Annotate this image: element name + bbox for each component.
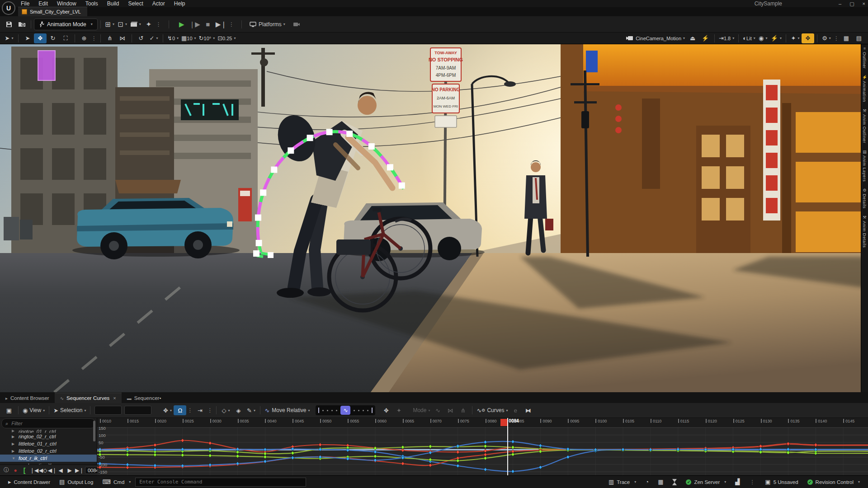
character-preview-dropdown[interactable]: ⚡▾: [769, 33, 783, 43]
curve-blue-a-key[interactable]: [566, 455, 570, 459]
side-tab-outliner[interactable]: ≡ Outliner: [862, 46, 867, 69]
viewport-more-dots[interactable]: ⋮: [833, 35, 840, 42]
play-options-dots[interactable]: ⋮: [228, 21, 235, 28]
curve-blue-b-key[interactable]: [759, 447, 762, 451]
maximize-button[interactable]: ▢: [849, 1, 854, 7]
menu-help[interactable]: Help: [170, 0, 190, 7]
tree-scrollbar[interactable]: [93, 421, 95, 441]
tree-item-ringtoe_01_r_ctrl[interactable]: ▶ringtoe_01_r_ctrl: [0, 429, 97, 433]
actor-snap-dropdown[interactable]: ↯0▾: [166, 33, 180, 43]
platforms-dropdown[interactable]: Platforms ▾: [248, 19, 287, 29]
menu-edit[interactable]: Edit: [34, 0, 52, 7]
curve-green-b-key[interactable]: [264, 455, 267, 459]
curve-blue-a-key[interactable]: [539, 465, 542, 469]
blueprints-dropdown[interactable]: ⊡▾: [116, 19, 129, 29]
stop-button[interactable]: ■: [202, 19, 214, 29]
filter-input[interactable]: [10, 420, 91, 427]
tree-item-littletoe_01_r_ctrl[interactable]: ▶littletoe_01_r_ctrl: [0, 440, 97, 447]
editor-mode-dropdown[interactable]: Animation Mode ▾: [34, 19, 98, 30]
playhead-flag[interactable]: [500, 419, 507, 426]
trail-keyframe-box[interactable]: [288, 147, 294, 154]
snap-options-dots[interactable]: ⋮: [186, 407, 193, 413]
record-button[interactable]: ●: [12, 467, 19, 474]
jump-to-start-button[interactable]: ❘◀: [30, 467, 37, 474]
step-back-button[interactable]: ◀❘: [48, 467, 55, 474]
trace-button[interactable]: ▥Trace▾: [604, 477, 641, 487]
pencil-dropdown[interactable]: ✎▾: [245, 405, 257, 415]
play-forward-button[interactable]: ▶: [66, 467, 73, 474]
side-tab-anim-details[interactable]: ⚒ Anim Details: [862, 215, 867, 248]
tree-filter[interactable]: ⌕: [1, 418, 95, 428]
toolbar-overflow-dots[interactable]: ⋮: [155, 21, 162, 28]
tab-sequencer-[interactable]: ▬ Sequencer•: [122, 393, 167, 403]
curve-red-b-key[interactable]: [814, 443, 817, 447]
insights-button[interactable]: ◔: [641, 477, 653, 487]
advance-button[interactable]: ▶❘: [214, 19, 228, 29]
curve-blue-b-key[interactable]: [291, 456, 294, 460]
curve-green-b-key[interactable]: [181, 453, 184, 457]
trail-keyframe-box[interactable]: [255, 215, 261, 221]
trail-keyframe-box[interactable]: [307, 135, 313, 141]
more-options-button[interactable]: ⋮: [744, 477, 760, 487]
play-button[interactable]: ▶: [175, 19, 188, 29]
curve-green-a-key[interactable]: [429, 445, 432, 448]
eject-button[interactable]: ⏏: [686, 33, 699, 43]
curve-green-a-key[interactable]: [511, 446, 514, 449]
curve-red-a-key[interactable]: [153, 443, 156, 447]
animation-tools-button[interactable]: ✦: [142, 19, 155, 29]
curve-blue-b-key[interactable]: [787, 448, 790, 451]
output-log-button[interactable]: ▤Output Log: [55, 477, 98, 487]
curve-green-a-key[interactable]: [484, 444, 487, 448]
key-time-input[interactable]: [94, 406, 122, 415]
curve-green-b-key[interactable]: [236, 455, 239, 458]
curve-blue-b-key[interactable]: [511, 440, 514, 443]
tab-sequencer-curves[interactable]: ∿ Sequencer Curves×: [55, 393, 122, 403]
menu-file[interactable]: File: [16, 0, 34, 7]
trail-keyframe-box[interactable]: [399, 183, 405, 189]
trail-keyframe-box[interactable]: [260, 189, 266, 196]
chevron-right-icon[interactable]: ▶: [12, 429, 15, 433]
menu-select[interactable]: Select: [123, 0, 147, 7]
viewport-settings-dropdown[interactable]: ⚙▾: [820, 33, 833, 43]
vertex-snap-button[interactable]: ⋈: [116, 33, 129, 43]
curve-blue-b-key[interactable]: [539, 444, 542, 447]
scale-snap-dropdown[interactable]: ⊡0.25▾: [216, 33, 237, 43]
curve-blue-a-key[interactable]: [373, 450, 377, 454]
unsaved-button[interactable]: ▣5 Unsaved: [760, 477, 802, 487]
curve-green-b-key[interactable]: [373, 455, 377, 458]
side-tab-anim-outliner[interactable]: ⚒ Anim Outliner: [862, 108, 867, 143]
curves-dropdown[interactable]: ∿⚙Curves▾: [475, 405, 509, 415]
curve-red-a-key[interactable]: [456, 450, 459, 454]
trail-keyframe-box[interactable]: [387, 164, 393, 170]
curve-green-b-key[interactable]: [511, 453, 514, 456]
curve-blue-b[interactable]: [97, 441, 868, 466]
previous-key-button[interactable]: ◀◇: [39, 467, 46, 474]
rotation-snap-dropdown[interactable]: ↻10°▾: [198, 33, 217, 43]
curve-green-b-key[interactable]: [153, 453, 156, 457]
curve-blue-b-key[interactable]: [484, 440, 487, 444]
save-button[interactable]: [3, 19, 15, 29]
curve-red-b-key[interactable]: [484, 453, 487, 456]
value-snap-dots[interactable]: ⋮: [206, 407, 213, 413]
frame-skip-button[interactable]: ❘▶: [188, 19, 202, 29]
menu-window[interactable]: Window: [52, 0, 81, 7]
content-drawer-button[interactable]: ▸Content Drawer: [4, 477, 55, 487]
cinematics-dropdown[interactable]: ▾: [129, 19, 142, 29]
trail-keyframe-box[interactable]: [271, 167, 277, 173]
play-reverse-button[interactable]: ◀: [57, 467, 64, 474]
wand-dropdown[interactable]: ✦▾: [789, 33, 802, 43]
side-tab-animation[interactable]: ⚡ Animation: [862, 75, 867, 102]
loop-bracket-button[interactable]: [: [21, 467, 28, 474]
browse-content-button[interactable]: [15, 19, 28, 29]
move-tool[interactable]: ✥: [34, 33, 47, 43]
chevron-right-icon[interactable]: ▶: [12, 449, 15, 453]
curve-green-a-key[interactable]: [401, 446, 404, 449]
menu-tools[interactable]: Tools: [81, 0, 103, 7]
tangent-auto-button[interactable]: ∿: [340, 406, 350, 415]
filter-button[interactable]: ⧓: [522, 405, 534, 415]
menu-build[interactable]: Build: [103, 0, 124, 7]
trail-keyframe-box[interactable]: [256, 240, 262, 246]
quad-view-button[interactable]: ▦: [840, 33, 853, 43]
curve-green-b-key[interactable]: [126, 453, 129, 456]
curve-blue-a-key[interactable]: [236, 447, 239, 451]
